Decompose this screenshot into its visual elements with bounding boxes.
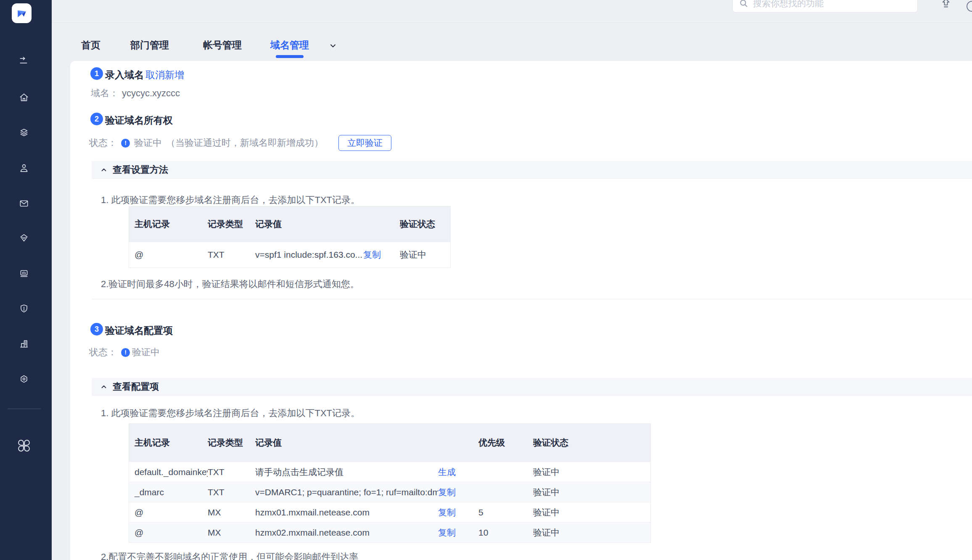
tabs-chevron-down-icon[interactable] [329,42,337,52]
domain-value: ycycyc.xyzccc [122,88,180,98]
step3-instruction-1: 1. 此项验证需要您移步域名注册商后台，去添加以下TXT记录。 [101,407,360,420]
config-items-panel-header[interactable]: 查看配置项 [92,378,972,396]
chevron-up-icon [100,383,108,391]
person-icon[interactable] [18,163,29,174]
table-row: @ MX hzmx01.mxmail.netease.com 复制 5 验证中 [129,502,650,522]
config-record-table: 主机记录 记录类型 记录值 优先级 验证状态 default._domainke… [129,423,651,543]
col-status: 验证状态 [533,437,650,449]
topbar-divider [52,22,972,23]
app-logo [12,3,32,23]
step3-title: 验证域名配置项 [105,324,173,337]
host-cell: default._domainkey [129,467,208,477]
copy-link[interactable]: 复制 [438,486,478,498]
search-icon [739,0,749,8]
building-icon[interactable] [18,338,29,349]
value-cell: 请手动点击生成记录值 [255,466,438,478]
host-cell: _dmarc [129,487,208,497]
col-type: 记录类型 [208,437,255,449]
step2-title: 验证域名所有权 [105,114,173,127]
main-area: 首页 部门管理 帐号管理 域名管理 1 录入域名 取消新增 域名：ycycyc.… [52,0,972,560]
domain-row: 域名：ycycyc.xyzccc [91,87,180,100]
step3-status-row: 状态： ! 验证中 [89,346,160,359]
chevron-up-icon [100,166,108,174]
host-cell: @ [129,250,208,260]
info-icon: ! [121,348,130,357]
shield-alert-icon[interactable] [18,303,29,314]
mail-logo-icon [15,6,29,21]
step2-status-note: （当验证通过时，新域名即新增成功） [166,137,323,149]
table-header: 主机记录 记录类型 记录值 优先级 验证状态 [129,424,650,462]
value-cell: v=spf1 include:spf.163.co... [255,250,363,260]
type-cell: TXT [208,250,255,260]
status-label: 状态： [89,137,117,149]
status-cell: 验证中 [533,527,650,539]
info-icon: ! [121,139,130,148]
col-type: 记录类型 [208,218,255,230]
mail-icon[interactable] [18,198,29,209]
value-cell: hzmx01.mxmail.netease.com [255,507,438,518]
step2-number: 2 [90,113,103,125]
txt-record-table: 主机记录 记录类型 记录值 验证状态 @ TXT v=spf1 include:… [129,206,451,268]
value-cell: v=DMARC1; p=quarantine; fo=1; ruf=mailto… [255,487,438,497]
status-label: 状态： [89,346,117,359]
presentation-chart-icon[interactable] [18,268,29,279]
config-items-panel-title: 查看配置项 [113,380,159,393]
col-host: 主机记录 [129,218,208,230]
status-cell: 验证中 [400,249,450,261]
layers-icon[interactable] [18,127,29,138]
copy-link[interactable]: 复制 [438,527,478,539]
tab-domain[interactable]: 域名管理 [270,39,309,52]
type-cell: MX [208,528,255,538]
generate-link[interactable]: 生成 [438,466,478,478]
search-input[interactable] [753,0,911,8]
col-priority: 优先级 [478,437,533,449]
status-cell: 验证中 [533,486,650,498]
sidebar [0,0,52,560]
priority-cell: 5 [478,507,533,518]
upload-icon[interactable] [940,0,952,13]
type-cell: TXT [208,487,255,497]
table-row: @ TXT v=spf1 include:spf.163.co... 复制 验证… [129,242,450,267]
status-cell: 验证中 [533,507,650,518]
table-row: _dmarc TXT v=DMARC1; p=quarantine; fo=1;… [129,482,650,502]
step1-title: 录入域名 [105,69,144,82]
gem-icon[interactable] [18,232,29,243]
step2-status-row: 状态： ! 验证中 （当验证通过时，新域名即新增成功） 立即验证 [89,135,391,151]
col-status: 验证状态 [400,218,450,230]
type-cell: MX [208,507,255,518]
priority-cell: 10 [478,528,533,538]
col-host: 主机记录 [129,437,208,449]
domain-label: 域名： [91,88,119,98]
content-card: 1 录入域名 取消新增 域名：ycycyc.xyzccc 2 验证域名所有权 状… [70,61,972,560]
col-value: 记录值 [255,437,438,449]
apps-clover-icon[interactable] [17,438,31,453]
host-cell: @ [129,528,208,538]
active-tab-underline [276,55,304,58]
verify-now-button[interactable]: 立即验证 [338,135,391,151]
table-row: @ MX hzmx02.mxmail.netease.com 复制 10 验证中 [129,522,650,542]
sidebar-divider [8,409,41,409]
tab-home[interactable]: 首页 [81,39,100,52]
home-icon[interactable] [18,92,29,103]
setup-method-panel-title: 查看设置方法 [113,164,168,176]
tab-department[interactable]: 部门管理 [130,39,169,52]
step3-instruction-2: 2.配置不完善不影响域名的正常使用，但可能会影响邮件到达率 [101,551,358,560]
col-value: 记录值 [255,218,363,230]
setup-method-panel-header[interactable]: 查看设置方法 [92,161,972,179]
copy-link[interactable]: 复制 [438,507,478,518]
step2-instruction-1: 1. 此项验证需要您移步域名注册商后台，去添加以下TXT记录。 [101,194,360,206]
type-cell: TXT [208,467,255,477]
cancel-add-link[interactable]: 取消新增 [145,69,184,82]
status-cell: 验证中 [533,466,650,478]
value-cell: hzmx02.mxmail.netease.com [255,528,438,538]
table-row: default._domainkey TXT 请手动点击生成记录值 生成 验证中 [129,462,650,482]
step2-status-text: 验证中 [134,137,162,149]
account-avatar-partial[interactable] [967,1,972,12]
step3-number: 3 [90,323,103,335]
tab-account[interactable]: 帐号管理 [203,39,242,52]
function-search[interactable] [732,0,918,13]
copy-link[interactable]: 复制 [363,249,400,261]
collapse-menu-icon[interactable] [18,55,29,66]
settings-hexagon-icon[interactable] [18,374,29,385]
step2-instruction-2: 2.验证时间最多48小时，验证结果将以邮件和短信形式通知您。 [101,278,359,291]
